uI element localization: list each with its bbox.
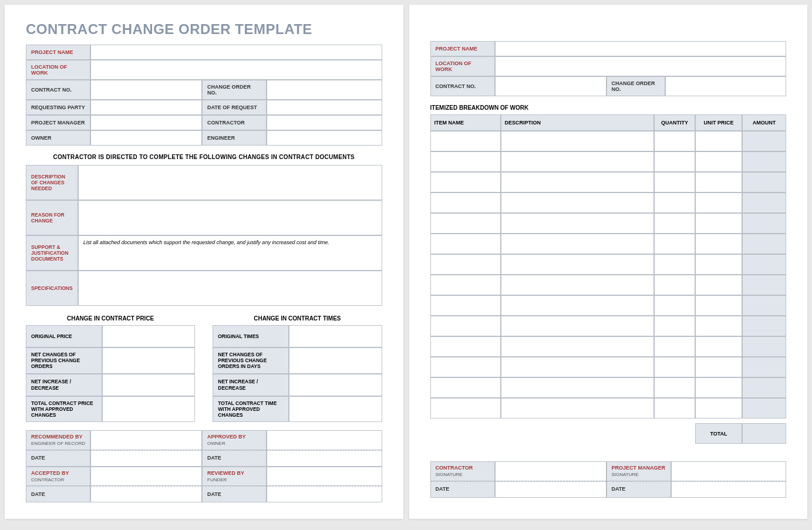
label-change-no-p2: CHANGE ORDER NO. [607,76,665,96]
label-total: TOTAL [695,423,742,444]
label-accepted: ACCEPTED BYCONTRACTOR [26,467,90,487]
field-specs[interactable] [78,271,382,306]
field-desc-changes[interactable] [78,165,382,200]
th-price: UNIT PRICE [695,114,742,131]
field-total-price[interactable] [102,396,195,423]
field-project-name[interactable] [90,45,382,60]
field-date-4[interactable] [267,486,382,502]
field-orig-times[interactable] [289,325,382,347]
item-row [430,172,787,193]
field-date-request[interactable] [267,100,382,115]
label-project-name-p2: PROJECT NAME [430,41,495,56]
label-orig-price: ORIGINAL PRICE [26,325,102,347]
label-owner: OWNER [26,130,90,146]
times-head: CHANGE IN CONTRACT TIMES [213,315,382,322]
field-net-prev-price[interactable] [102,347,195,374]
field-net-inc-times[interactable] [289,374,382,396]
th-qty: QUANTITY [654,114,695,131]
item-row [430,213,787,234]
col-price: CHANGE IN CONTRACT PRICE ORIGINAL PRICE … [26,315,195,422]
field-reviewed[interactable] [267,467,382,487]
field-owner[interactable] [90,130,202,146]
label-support: SUPPORT & JUSTIFICATION DOCUMENTS [26,235,78,271]
price-table: ORIGINAL PRICE NET CHANGES OF PREVIOUS C… [26,325,195,422]
directive-text: CONTRACTOR IS DIRECTED TO COMPLETE THE F… [26,154,382,160]
field-pm-sig[interactable] [671,461,787,481]
label-specs: SPECIFICATIONS [26,271,78,306]
item-row [430,234,787,254]
th-desc: DESCRIPTION [501,114,655,131]
signature-table-p2: CONTRACTORSIGNATURE PROJECT MANAGERSIGNA… [430,461,787,498]
item-row [430,336,787,357]
field-orig-price[interactable] [102,325,195,347]
field-reason[interactable] [78,200,382,235]
label-engineer: ENGINEER [202,130,267,146]
field-support[interactable]: List all attached documents which suppor… [78,235,382,271]
item-row [430,193,787,213]
item-row [430,254,787,275]
field-date-2[interactable] [267,450,382,467]
field-project-name-p2[interactable] [495,41,787,56]
label-contract-no-p2: CONTRACT NO. [430,76,495,96]
change-columns: CHANGE IN CONTRACT PRICE ORIGINAL PRICE … [26,315,382,422]
label-orig-times: ORIGINAL TIMES [213,325,289,347]
label-date-2: DATE [202,450,267,467]
field-recommended[interactable] [90,430,202,450]
total-table: TOTAL [430,423,787,444]
field-pm[interactable] [90,115,202,130]
itemized-table: ITEM NAME DESCRIPTION QUANTITY UNIT PRIC… [430,114,787,418]
item-row [430,398,787,418]
field-change-no[interactable] [267,80,382,100]
itemized-head: ITEMIZED BREAKDOWN OF WORK [430,104,787,111]
th-amount: AMOUNT [742,114,786,131]
field-contract-no-p2[interactable] [495,76,607,96]
signature-table-p1: RECOMMENDED BYENGINEER OF RECORD APPROVE… [26,430,382,502]
item-row [430,275,787,295]
label-date-3: DATE [26,486,90,502]
field-date-p2-2[interactable] [671,481,787,498]
label-pm: PROJECT MANAGER [26,115,90,130]
field-contractor[interactable] [267,115,382,130]
label-total-price: TOTAL CONTRACT PRICE WITH APPROVED CHANG… [26,396,102,423]
item-row [430,377,787,398]
label-net-prev-times: NET CHANGES OF PREVIOUS CHANGE ORDERS IN… [213,347,289,374]
field-contract-no[interactable] [90,80,202,100]
field-date-1[interactable] [90,450,202,467]
label-date-4: DATE [202,486,267,502]
item-row [430,131,787,151]
label-reason: REASON FOR CHANGE [26,200,78,235]
field-engineer[interactable] [267,130,382,146]
label-change-no: CHANGE ORDER NO. [202,80,267,100]
field-location-p2[interactable] [495,56,787,76]
label-location-p2: LOCATION OF WORK [430,56,495,76]
label-date-p2-1: DATE [430,481,495,498]
label-net-inc-price: NET INCREASE / DECREASE [26,374,102,396]
label-net-inc-times: NET INCREASE / DECREASE [213,374,289,396]
label-desc-changes: DESCRIPTION OF CHANGES NEEDED [26,165,78,200]
field-accepted[interactable] [90,467,202,487]
label-location: LOCATION OF WORK [26,60,90,80]
field-total [742,423,786,444]
field-approved[interactable] [267,430,382,450]
label-approved: APPROVED BYOWNER [202,430,267,450]
field-requesting[interactable] [90,100,202,115]
field-net-prev-times[interactable] [289,347,382,374]
label-contractor: CONTRACTOR [202,115,267,130]
page-1: CONTRACT CHANGE ORDER TEMPLATE PROJECT N… [5,5,403,519]
label-contract-no: CONTRACT NO. [26,80,90,100]
label-date-1: DATE [26,450,90,467]
field-total-times[interactable] [289,396,382,423]
field-location[interactable] [90,60,382,80]
label-contractor-sig: CONTRACTORSIGNATURE [430,461,495,481]
field-change-no-p2[interactable] [665,76,787,96]
field-contractor-sig[interactable] [495,461,607,481]
label-pm-sig: PROJECT MANAGERSIGNATURE [607,461,671,481]
item-row [430,295,787,316]
field-date-p2-1[interactable] [495,481,607,498]
item-row [430,316,787,336]
times-table: ORIGINAL TIMES NET CHANGES OF PREVIOUS C… [213,325,382,422]
field-date-3[interactable] [90,486,202,502]
field-net-inc-price[interactable] [102,374,195,396]
label-date-request: DATE OF REQUEST [202,100,267,115]
th-item: ITEM NAME [430,114,501,131]
